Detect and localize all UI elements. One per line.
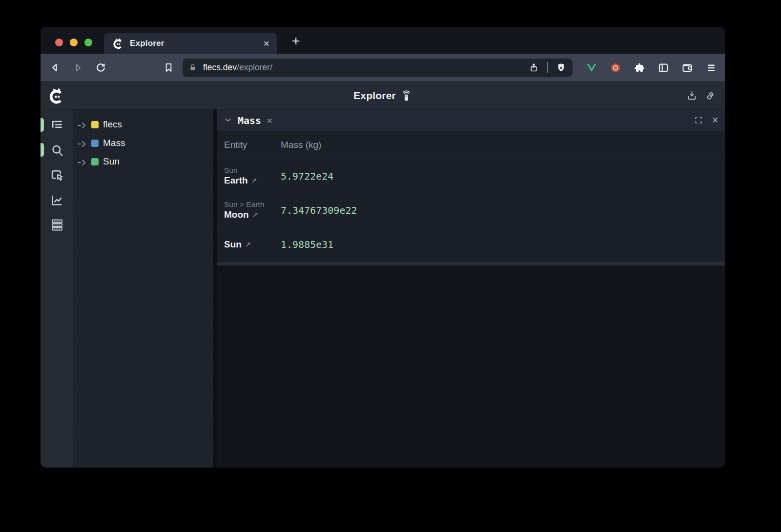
tables-icon[interactable]: [49, 217, 65, 233]
extension-icons: [585, 61, 717, 74]
query-panel-header: Mass × ×: [217, 109, 725, 131]
app-header: Explorer: [41, 82, 725, 109]
mass-value: 1.9885e31: [281, 239, 725, 250]
lock-icon: [188, 63, 198, 73]
link-icon[interactable]: [705, 90, 717, 102]
forward-icon[interactable]: [71, 61, 84, 74]
traffic-lights: [55, 39, 92, 46]
table-header: Entity Mass (kg): [217, 131, 725, 159]
entity-parent-path: Sun > Earth: [224, 200, 281, 209]
open-entity-icon[interactable]: ↗: [245, 240, 251, 249]
inspect-icon[interactable]: [49, 167, 65, 184]
expand-chevron-icon[interactable]: [78, 158, 88, 165]
entity-tree-panel: flecs Mass Sun: [73, 109, 217, 468]
url-text: flecs.dev/explorer/: [203, 62, 521, 73]
entity-name[interactable]: Earth: [224, 175, 248, 186]
column-header-entity: Entity: [217, 140, 281, 150]
mass-value: 7.34767309e22: [281, 205, 725, 216]
entity-name[interactable]: Moon: [224, 209, 249, 220]
tab-bar: Explorer × +: [41, 27, 725, 54]
chart-icon[interactable]: [49, 192, 65, 208]
entity-name[interactable]: Sun: [224, 239, 242, 250]
query-close-icon[interactable]: ×: [267, 115, 272, 125]
new-tab-button[interactable]: +: [292, 34, 300, 48]
active-indicator-tree: [41, 118, 44, 132]
address-bar[interactable]: flecs.dev/explorer/: [183, 59, 573, 77]
wallet-icon[interactable]: [681, 61, 693, 74]
flecs-logo: [47, 86, 66, 105]
browser-toolbar: flecs.dev/explorer/: [41, 54, 725, 82]
tree-item-flecs[interactable]: flecs: [73, 115, 213, 134]
zoom-window-button[interactable]: [84, 39, 92, 46]
brave-shield-icon[interactable]: [555, 62, 567, 74]
entity-parent-path: Sun: [224, 166, 281, 175]
main-area: Mass × × Entity Mass (kg) Sun Earth↗: [217, 109, 725, 468]
tree-item-label: flecs: [103, 119, 122, 130]
tab-title: Explorer: [130, 39, 258, 48]
table-row[interactable]: Sun > Earth Moon↗ 7.34767309e22: [217, 193, 725, 227]
active-indicator-search: [41, 143, 44, 157]
tab-close-icon[interactable]: ×: [264, 38, 269, 48]
left-icon-sidebar: [41, 109, 73, 468]
url-domain: flecs.dev: [203, 62, 237, 72]
open-entity-icon[interactable]: ↗: [251, 176, 258, 185]
reload-icon[interactable]: [94, 61, 107, 74]
expand-chevron-icon[interactable]: [78, 139, 88, 147]
extensions-puzzle-icon[interactable]: [633, 61, 645, 74]
fullscreen-icon[interactable]: [694, 116, 704, 125]
flecs-favicon: [112, 37, 124, 50]
menu-icon[interactable]: [705, 61, 717, 74]
hexagon-extension-icon[interactable]: [609, 61, 621, 74]
search-icon[interactable]: [49, 142, 65, 159]
minimize-window-button[interactable]: [70, 39, 78, 46]
tab-explorer[interactable]: Explorer ×: [104, 33, 277, 54]
back-icon[interactable]: [48, 61, 61, 74]
query-title: Mass: [238, 115, 261, 126]
tree-item-label: Sun: [103, 156, 120, 167]
entity-color-square: [91, 140, 99, 147]
remote-connection-icon: [400, 90, 412, 102]
tree-item-sun[interactable]: Sun: [73, 152, 213, 171]
entity-color-square: [91, 158, 99, 165]
entity-color-square: [91, 121, 99, 128]
column-header-mass: Mass (kg): [281, 140, 725, 150]
open-entity-icon[interactable]: ↗: [252, 210, 259, 219]
url-path: /explorer/: [237, 62, 272, 72]
download-icon[interactable]: [686, 90, 698, 102]
vue-devtools-icon[interactable]: [585, 61, 597, 74]
expand-chevron-icon[interactable]: [78, 121, 88, 128]
bookmark-icon[interactable]: [162, 61, 175, 74]
page-title: Explorer: [353, 90, 396, 102]
sidebar-panel-icon[interactable]: [657, 61, 669, 74]
tree-item-label: Mass: [103, 138, 125, 148]
mass-value: 5.9722e24: [281, 170, 725, 182]
tree-view-icon[interactable]: [49, 117, 65, 134]
content-area: flecs Mass Sun: [41, 109, 725, 468]
table-row[interactable]: Sun Earth↗ 5.9722e24: [217, 159, 725, 193]
browser-window: Explorer × + flecs.dev/explorer/: [41, 27, 725, 468]
share-icon[interactable]: [528, 62, 539, 74]
close-window-button[interactable]: [55, 39, 63, 46]
tree-item-mass[interactable]: Mass: [73, 134, 213, 152]
query-panel: Mass × × Entity Mass (kg) Sun Earth↗: [217, 109, 725, 266]
table-row[interactable]: Sun↗ 1.9885e31: [217, 227, 725, 262]
address-bar-divider: [547, 62, 548, 73]
chevron-down-icon[interactable]: [224, 116, 233, 125]
panel-close-icon[interactable]: ×: [712, 115, 719, 126]
